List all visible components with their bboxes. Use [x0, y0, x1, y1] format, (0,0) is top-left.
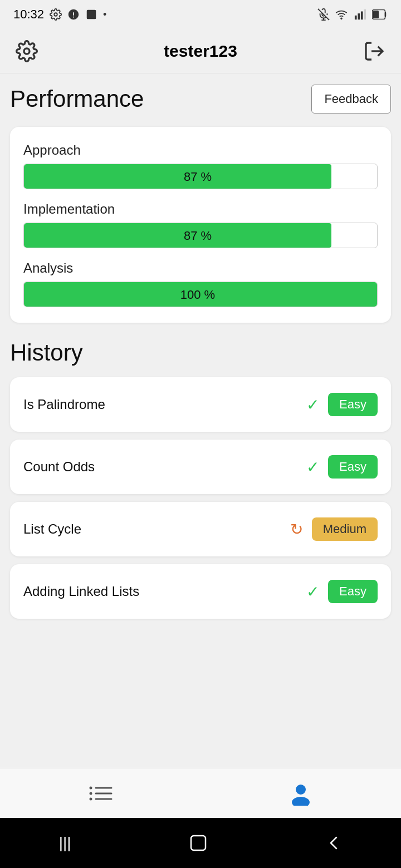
history-item-right: ✓ Easy: [306, 393, 378, 416]
back-button[interactable]: [309, 829, 359, 857]
history-item-right: ✓ Easy: [306, 580, 378, 603]
approach-value: 87 %: [24, 164, 371, 189]
main-content: Performance Feedback Approach 87 % Imple…: [0, 73, 401, 768]
history-item-is-palindrome[interactable]: Is Palindrome ✓ Easy: [10, 377, 391, 432]
nav-list-button[interactable]: [71, 778, 129, 809]
mute-icon: [317, 8, 330, 21]
svg-rect-9: [364, 9, 366, 19]
history-item-right: ↻ Medium: [290, 517, 378, 541]
home-button[interactable]: [172, 828, 224, 858]
svg-point-20: [296, 785, 306, 795]
difficulty-badge-easy: Easy: [328, 393, 378, 416]
system-nav-bar: |||: [0, 818, 401, 868]
check-icon: ✓: [306, 458, 319, 476]
gear-icon: [16, 40, 38, 62]
history-item-adding-linked-lists[interactable]: Adding Linked Lists ✓ Easy: [10, 564, 391, 619]
svg-point-0: [54, 13, 57, 16]
feedback-button[interactable]: Feedback: [311, 85, 391, 114]
svg-point-19: [90, 797, 92, 800]
svg-rect-22: [191, 836, 206, 850]
page-title: Performance: [10, 86, 144, 112]
history-title: History: [10, 339, 391, 366]
performance-card: Approach 87 % Implementation 87 % Analys…: [10, 127, 391, 323]
recents-button[interactable]: |||: [42, 828, 88, 857]
history-item-name: Count Odds: [23, 459, 95, 475]
approach-bar: 87 %: [23, 164, 378, 189]
difficulty-badge-easy: Easy: [328, 580, 378, 603]
history-item-name: Is Palindrome: [23, 397, 105, 412]
notif-icon-1: [67, 8, 80, 21]
metric-analysis: Analysis 100 %: [23, 260, 378, 307]
svg-rect-6: [355, 16, 357, 19]
check-icon: ✓: [306, 583, 319, 601]
retry-icon: ↻: [290, 520, 303, 539]
svg-point-12: [24, 48, 30, 54]
status-left: 10:32 •: [13, 7, 106, 22]
svg-point-17: [90, 786, 92, 789]
app-bar: tester123: [0, 29, 401, 73]
home-icon: [189, 834, 208, 852]
signal-icon: [353, 8, 368, 21]
svg-rect-11: [373, 11, 379, 18]
back-icon: [325, 835, 342, 851]
status-time: 10:32: [13, 7, 44, 22]
analysis-value: 100 %: [24, 282, 371, 307]
svg-point-18: [90, 792, 92, 795]
difficulty-badge-medium: Medium: [312, 517, 378, 541]
wifi-icon: [334, 8, 349, 21]
settings-status-icon: [50, 8, 62, 21]
svg-rect-7: [358, 13, 360, 19]
history-item-name: List Cycle: [23, 521, 81, 537]
settings-button[interactable]: [13, 38, 40, 65]
implementation-bar: 87 %: [23, 223, 378, 248]
nav-profile-button[interactable]: [272, 776, 330, 811]
analysis-label: Analysis: [23, 260, 378, 276]
implementation-value: 87 %: [24, 223, 371, 248]
logout-button[interactable]: [361, 38, 388, 65]
logout-icon: [363, 40, 385, 62]
status-right: [317, 8, 388, 21]
approach-label: Approach: [23, 142, 378, 158]
list-icon: [88, 783, 113, 803]
metric-implementation: Implementation 87 %: [23, 201, 378, 248]
bottom-nav: [0, 768, 401, 818]
analysis-bar: 100 %: [23, 282, 378, 307]
implementation-label: Implementation: [23, 201, 378, 217]
history-item-count-odds[interactable]: Count Odds ✓ Easy: [10, 440, 391, 494]
svg-rect-1: [87, 10, 96, 19]
status-dot: •: [103, 9, 106, 21]
status-bar: 10:32 •: [0, 0, 401, 29]
app-bar-title: tester123: [164, 42, 237, 61]
svg-point-21: [292, 797, 310, 806]
difficulty-badge-easy: Easy: [328, 455, 378, 479]
notif-icon-2: [85, 8, 97, 21]
metric-approach: Approach 87 %: [23, 142, 378, 189]
recents-icon: |||: [59, 834, 71, 851]
svg-rect-8: [361, 12, 363, 20]
battery-icon: [372, 9, 388, 19]
history-item-name: Adding Linked Lists: [23, 584, 139, 599]
history-item-list-cycle[interactable]: List Cycle ↻ Medium: [10, 502, 391, 556]
check-icon: ✓: [306, 396, 319, 414]
svg-point-5: [341, 18, 342, 19]
history-item-right: ✓ Easy: [306, 455, 378, 479]
profile-icon: [288, 781, 313, 806]
page-header: Performance Feedback: [10, 85, 391, 114]
